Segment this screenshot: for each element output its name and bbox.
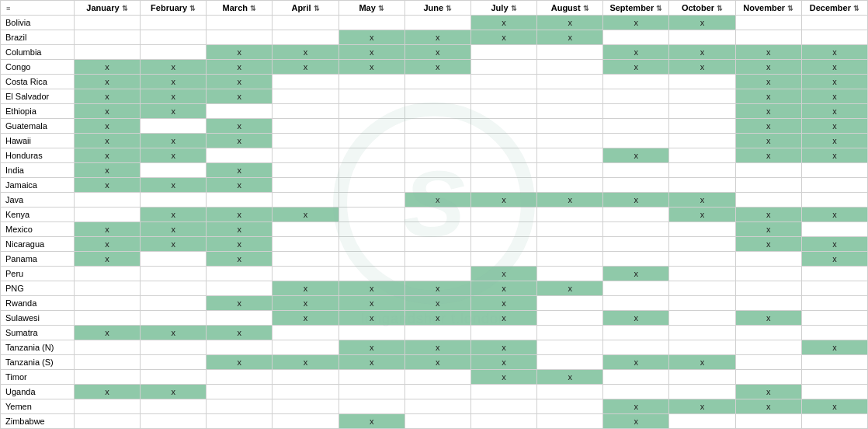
cell-peru-may: [339, 267, 404, 281]
cell-java-feb: [141, 193, 207, 208]
cell-png-mar: [207, 281, 273, 296]
month-header-nov[interactable]: November⇅: [735, 1, 801, 16]
cell-yemen-jul: [470, 399, 536, 414]
cell-el-salvador-mar: x: [207, 89, 273, 104]
cell-guatemala-jan: x: [74, 119, 140, 134]
cell-tanzania-(n)-aug: [537, 340, 603, 355]
cell-honduras-jul: [470, 148, 536, 163]
cell-columbia-jan: [74, 45, 140, 60]
filter-icon[interactable]: ≡: [6, 5, 10, 12]
cell-kenya-apr: x: [273, 208, 339, 222]
month-header-sep[interactable]: September⇅: [603, 1, 669, 16]
cell-timor-oct: [669, 370, 735, 385]
filter-icon-jan[interactable]: ⇅: [122, 5, 128, 12]
filter-icon-feb[interactable]: ⇅: [189, 5, 196, 12]
cell-java-jul: x: [470, 193, 536, 208]
filter-icon-may[interactable]: ⇅: [378, 5, 384, 12]
cell-yemen-feb: [141, 399, 207, 414]
month-header-dec[interactable]: December⇅: [801, 1, 867, 16]
month-header-mar[interactable]: March⇅: [207, 1, 273, 16]
cell-panama-jul: [470, 252, 536, 267]
cell-rwanda-oct: [669, 296, 735, 311]
cell-guatemala-oct: [669, 119, 735, 134]
cell-costa-rica-jun: [404, 75, 470, 89]
cell-costa-rica-aug: [537, 75, 603, 89]
cell-bolivia-mar: [207, 16, 273, 30]
cell-zimbabwe-sep: x: [603, 414, 669, 429]
cell-sumatra-jan: x: [74, 326, 140, 340]
cell-rwanda-feb: [141, 296, 207, 311]
month-header-apr[interactable]: April⇅: [273, 1, 339, 16]
cell-jamaica-oct: [669, 178, 735, 193]
filter-icon-mar[interactable]: ⇅: [250, 5, 256, 12]
filter-icon-oct[interactable]: ⇅: [717, 5, 723, 12]
month-header-jun[interactable]: June⇅: [404, 1, 470, 16]
filter-icon-sep[interactable]: ⇅: [656, 5, 662, 12]
filter-icon-apr[interactable]: ⇅: [314, 5, 320, 12]
cell-guatemala-dec: x: [801, 119, 867, 134]
cell-rwanda-mar: x: [207, 296, 273, 311]
cell-sulawesi-aug: [537, 311, 603, 326]
month-header-oct[interactable]: October⇅: [669, 1, 735, 16]
cell-bolivia-aug: x: [537, 16, 603, 30]
filter-icon-jun[interactable]: ⇅: [446, 5, 452, 12]
cell-sulawesi-jan: [74, 311, 140, 326]
cell-guatemala-jul: [470, 119, 536, 134]
cell-jamaica-mar: x: [207, 178, 273, 193]
cell-brazil-jun: x: [404, 30, 470, 45]
cell-brazil-sep: [603, 30, 669, 45]
month-header-feb[interactable]: February⇅: [141, 1, 207, 16]
cell-nicaragua-feb: x: [141, 237, 207, 252]
cell-uganda-apr: [273, 385, 339, 399]
cell-rwanda-dec: [801, 296, 867, 311]
cell-congo-sep: x: [603, 60, 669, 75]
cell-yemen-jan: [74, 399, 140, 414]
country-header[interactable]: ≡: [1, 1, 75, 16]
month-header-jul[interactable]: July⇅: [470, 1, 536, 16]
cell-jamaica-sep: [603, 178, 669, 193]
cell-panama-oct: [669, 252, 735, 267]
cell-honduras-sep: x: [603, 148, 669, 163]
cell-honduras-feb: x: [141, 148, 207, 163]
cell-tanzania-(s)-dec: [801, 355, 867, 370]
cell-congo-oct: x: [669, 60, 735, 75]
cell-sulawesi-dec: [801, 311, 867, 326]
cell-kenya-aug: [537, 208, 603, 222]
cell-zimbabwe-jun: [404, 414, 470, 429]
cell-java-may: [339, 193, 404, 208]
cell-tanzania-(n)-sep: [603, 340, 669, 355]
cell-nicaragua-nov: x: [735, 237, 801, 252]
cell-congo-mar: x: [207, 60, 273, 75]
country-label: Guatemala: [1, 119, 75, 134]
filter-icon-nov[interactable]: ⇅: [787, 5, 793, 12]
cell-java-oct: x: [669, 193, 735, 208]
filter-icon-jul[interactable]: ⇅: [511, 5, 517, 12]
month-header-jan[interactable]: January⇅: [74, 1, 140, 16]
cell-sumatra-nov: [735, 326, 801, 340]
month-header-may[interactable]: May⇅: [339, 1, 404, 16]
month-header-aug[interactable]: August⇅: [537, 1, 603, 16]
cell-el-salvador-jan: x: [74, 89, 140, 104]
cell-bolivia-feb: [141, 16, 207, 30]
cell-kenya-oct: x: [669, 208, 735, 222]
cell-java-mar: [207, 193, 273, 208]
cell-guatemala-jun: [404, 119, 470, 134]
cell-uganda-may: [339, 385, 404, 399]
country-label: Honduras: [1, 148, 75, 163]
filter-icon-aug[interactable]: ⇅: [583, 5, 589, 12]
cell-mexico-mar: x: [207, 222, 273, 237]
cell-india-aug: [537, 163, 603, 178]
cell-tanzania-(n)-feb: [141, 340, 207, 355]
cell-costa-rica-apr: [273, 75, 339, 89]
table-row: Javaxxxxx: [1, 193, 868, 208]
filter-icon-dec[interactable]: ⇅: [853, 5, 859, 12]
cell-columbia-feb: [141, 45, 207, 60]
cell-tanzania-(s)-feb: [141, 355, 207, 370]
cell-nicaragua-oct: [669, 237, 735, 252]
cell-columbia-apr: x: [273, 45, 339, 60]
cell-jamaica-aug: [537, 178, 603, 193]
cell-india-dec: [801, 163, 867, 178]
cell-columbia-may: x: [339, 45, 404, 60]
cell-india-mar: x: [207, 163, 273, 178]
cell-jamaica-nov: [735, 178, 801, 193]
